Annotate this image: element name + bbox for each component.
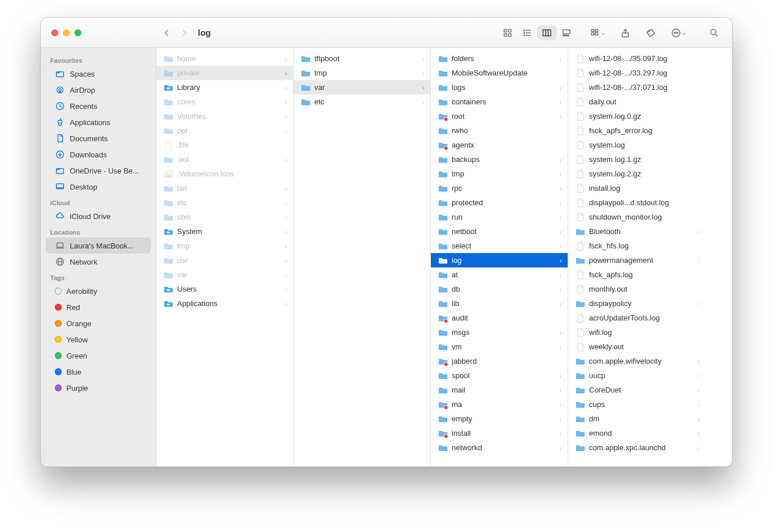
list-item[interactable]: cups›: [568, 397, 706, 412]
sidebar-item[interactable]: Aerobility: [46, 283, 151, 299]
sidebar-item[interactable]: Red: [46, 299, 151, 315]
list-item[interactable]: displaypoli...d.stdout.log: [568, 195, 706, 210]
list-item[interactable]: audit: [431, 311, 568, 325]
back-button[interactable]: [159, 25, 175, 41]
list-item[interactable]: tmp›: [294, 66, 430, 80]
list-item[interactable]: containers›: [431, 95, 568, 109]
list-item[interactable]: .file: [156, 138, 293, 152]
sidebar-item[interactable]: Green: [46, 348, 151, 364]
list-item[interactable]: tmp›: [156, 239, 293, 253]
sidebar-item[interactable]: Recents: [46, 98, 151, 114]
sidebar-item[interactable]: Desktop: [46, 179, 151, 195]
list-item[interactable]: System›: [156, 224, 293, 239]
sidebar-item[interactable]: Purple: [46, 380, 151, 396]
list-item[interactable]: tmp›: [431, 167, 568, 181]
list-item[interactable]: db›: [431, 282, 568, 296]
list-item[interactable]: var›: [156, 267, 293, 282]
list-item[interactable]: fsck_hfs.log: [568, 239, 706, 253]
list-item[interactable]: emond›: [568, 426, 706, 440]
column-view-button[interactable]: [537, 25, 557, 40]
list-item[interactable]: lib›: [431, 296, 568, 311]
list-item[interactable]: shutdown_monitor.log: [568, 210, 706, 224]
list-item[interactable]: daily.out: [568, 95, 706, 109]
list-item[interactable]: wifi.log: [568, 325, 706, 339]
list-item[interactable]: uucp›: [568, 368, 706, 383]
share-button[interactable]: [618, 25, 633, 40]
list-item[interactable]: folders›: [431, 51, 568, 66]
list-item[interactable]: select›: [431, 239, 568, 253]
list-item[interactable]: agentx: [431, 138, 568, 152]
minimize-window-button[interactable]: [63, 29, 70, 36]
list-item[interactable]: displaypolicy›: [568, 296, 706, 311]
close-window-button[interactable]: [51, 29, 58, 36]
list-item[interactable]: wifi-12-08-.../33.297.log: [568, 66, 706, 80]
list-item[interactable]: acroUpdaterTools.log: [568, 311, 706, 325]
list-item[interactable]: etc›: [156, 195, 293, 210]
list-item[interactable]: install.log: [568, 181, 706, 195]
list-item[interactable]: cores›: [156, 95, 293, 109]
list-item[interactable]: sbin›: [156, 210, 293, 224]
sidebar-item[interactable]: Orange: [46, 315, 151, 331]
list-item[interactable]: jabberd: [431, 354, 568, 368]
sidebar-item[interactable]: Documents: [46, 130, 151, 146]
list-item[interactable]: bin›: [156, 181, 293, 195]
list-item[interactable]: system.log.2.gz: [568, 167, 706, 181]
list-item[interactable]: com.apple.wifivelocity›: [568, 354, 706, 368]
list-item[interactable]: spool›: [431, 368, 568, 383]
list-item[interactable]: opt›: [156, 123, 293, 138]
sidebar-item[interactable]: Yellow: [46, 331, 151, 348]
list-item[interactable]: Applications›: [156, 296, 293, 311]
list-item[interactable]: rwho: [431, 123, 568, 138]
icon-view-button[interactable]: [498, 25, 517, 40]
list-item[interactable]: weekly.out: [568, 339, 706, 354]
list-item[interactable]: powermanagement›: [568, 253, 706, 267]
list-item[interactable]: empty›: [431, 412, 568, 426]
list-item[interactable]: var›: [294, 80, 430, 95]
list-item[interactable]: Library›: [156, 80, 293, 95]
sidebar-item[interactable]: Applications: [46, 114, 151, 130]
list-item[interactable]: log›: [431, 253, 568, 267]
sidebar-item[interactable]: Network: [46, 254, 151, 270]
list-item[interactable]: logs›: [431, 80, 568, 95]
search-button[interactable]: [707, 25, 722, 40]
sidebar-item[interactable]: Downloads: [46, 146, 151, 163]
list-item[interactable]: tftpboot›: [294, 51, 430, 66]
list-item[interactable]: mail›: [431, 383, 568, 397]
sidebar-item[interactable]: iCloud Drive: [46, 208, 151, 224]
list-item[interactable]: root›: [431, 109, 568, 123]
sidebar-item[interactable]: AirDrop: [46, 82, 151, 98]
list-item[interactable]: com.apple.xpc.launchd›: [568, 440, 706, 455]
list-item[interactable]: .vol›: [156, 152, 293, 167]
sidebar-item[interactable]: Laura's MacBook...: [46, 237, 151, 254]
list-item[interactable]: Volumes›: [156, 109, 293, 123]
list-item[interactable]: at›: [431, 267, 568, 282]
list-item[interactable]: run›: [431, 210, 568, 224]
list-item[interactable]: home›: [156, 51, 293, 66]
list-item[interactable]: Users›: [156, 282, 293, 296]
list-item[interactable]: monthly.out: [568, 282, 706, 296]
sidebar-item[interactable]: OneDrive - Use Be...: [46, 163, 151, 179]
list-item[interactable]: .VolumeIcon.icns: [156, 167, 293, 181]
list-item[interactable]: CoreDuet›: [568, 383, 706, 397]
list-item[interactable]: system.log: [568, 138, 706, 152]
list-item[interactable]: private›: [156, 66, 293, 80]
zoom-window-button[interactable]: [74, 29, 81, 36]
list-item[interactable]: usr›: [156, 253, 293, 267]
list-item[interactable]: msgs›: [431, 325, 568, 339]
sidebar-item[interactable]: Spaces: [46, 66, 151, 82]
list-item[interactable]: MobileSoftwareUpdate: [431, 66, 568, 80]
list-item[interactable]: rpc›: [431, 181, 568, 195]
sidebar-item[interactable]: Blue: [46, 364, 151, 380]
list-item[interactable]: backups›: [431, 152, 568, 167]
list-item[interactable]: netboot›: [431, 224, 568, 239]
list-view-button[interactable]: [517, 25, 537, 40]
list-item[interactable]: dm›: [568, 412, 706, 426]
list-item[interactable]: etc›: [294, 95, 430, 109]
action-menu-button[interactable]: ⌄: [669, 25, 688, 40]
group-by-button[interactable]: ⌄: [588, 25, 607, 40]
list-item[interactable]: fsck_apfs.log: [568, 267, 706, 282]
list-item[interactable]: install›: [431, 426, 568, 440]
list-item[interactable]: ma›: [431, 397, 568, 412]
list-item[interactable]: wifi-12-08-.../37.071.log: [568, 80, 706, 95]
list-item[interactable]: system.log.0.gz: [568, 109, 706, 123]
